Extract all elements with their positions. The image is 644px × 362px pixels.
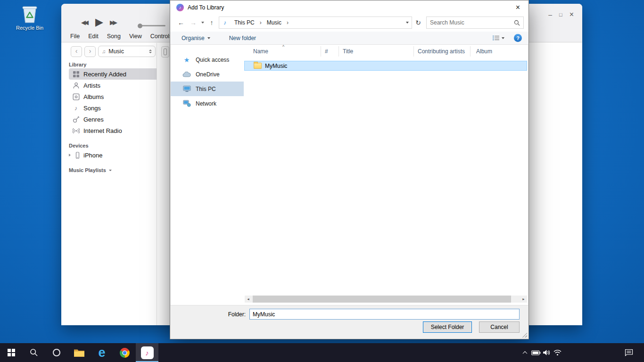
device-button[interactable] <box>161 46 169 58</box>
search-icon <box>514 20 520 26</box>
cortana-button[interactable] <box>45 343 68 362</box>
help-button[interactable]: ? <box>514 34 522 42</box>
window-controls: – □ × <box>548 10 574 19</box>
sidebar-item-internet-radio[interactable]: Internet Radio <box>69 125 157 136</box>
rewind-button[interactable]: ◀◀ <box>81 19 89 26</box>
sidebar-item-genres[interactable]: Genres <box>69 114 157 125</box>
sidebar-item-songs[interactable]: ♪ Songs <box>69 102 157 114</box>
nav-item-onedrive[interactable]: OneDrive <box>171 67 244 82</box>
network-icon <box>182 100 191 107</box>
navigation-pane: ★ Quick access OneDrive This PC <box>171 45 244 305</box>
cancel-button[interactable]: Cancel <box>479 321 520 333</box>
scroll-right-arrow[interactable]: ► <box>520 296 527 303</box>
nav-item-quick-access[interactable]: ★ Quick access <box>171 52 244 67</box>
cortana-icon <box>53 349 60 356</box>
scrollbar-track[interactable] <box>252 296 520 303</box>
back-button[interactable]: ‹ <box>71 46 82 57</box>
horizontal-scrollbar[interactable]: ◄ ► <box>245 296 527 303</box>
nav-item-label: This PC <box>196 86 216 92</box>
folder-name-input[interactable] <box>249 309 520 320</box>
column-header-title[interactable]: Title <box>339 46 414 57</box>
library-header-label: Library <box>69 62 86 67</box>
search-box[interactable] <box>426 16 524 29</box>
scrollbar-thumb[interactable] <box>253 296 511 303</box>
volume-slider[interactable] <box>138 25 165 26</box>
column-header-contributing-artists[interactable]: Contributing artists <box>414 46 471 57</box>
nav-item-this-pc[interactable]: This PC <box>171 82 244 96</box>
disclosure-icon[interactable] <box>69 154 71 156</box>
address-bar: ← → ↑ ♪ This PC › Music › ↻ <box>170 15 528 32</box>
file-list: ^ Name # Title Contributing artists Albu… <box>244 45 528 305</box>
playback-controls: ◀◀ ▶ ▶▶ <box>81 16 117 28</box>
file-explorer-button[interactable] <box>68 343 91 362</box>
chrome-icon <box>119 347 130 358</box>
menu-view[interactable]: View <box>125 32 146 41</box>
column-header-album[interactable]: Album <box>471 46 528 57</box>
sidebar-item-recently-added[interactable]: Recently Added <box>69 68 157 80</box>
sidebar-item-artists[interactable]: Artists <box>69 80 157 91</box>
chevron-down-icon <box>109 170 112 171</box>
breadcrumb[interactable]: ♪ This PC › Music › <box>219 16 412 29</box>
network-indicator[interactable] <box>552 343 563 362</box>
scroll-left-arrow[interactable]: ◄ <box>245 296 252 303</box>
forward-button[interactable]: › <box>84 46 96 57</box>
breadcrumb-this-pc[interactable]: This PC <box>231 17 258 28</box>
sidebar-item-albums[interactable]: Albums <box>69 91 157 102</box>
file-row-mymusic[interactable]: MyMusic <box>244 61 527 71</box>
address-dropdown[interactable] <box>403 22 412 24</box>
recent-locations-dropdown[interactable] <box>199 22 206 24</box>
select-folder-button[interactable]: Select Folder <box>423 321 472 333</box>
show-hidden-icons-button[interactable] <box>520 343 530 362</box>
nav-item-network[interactable]: Network <box>171 96 244 111</box>
chrome-button[interactable] <box>113 343 136 362</box>
fast-forward-button[interactable]: ▶▶ <box>110 19 117 26</box>
onedrive-cloud-icon <box>182 72 191 77</box>
taskbar-search-button[interactable] <box>23 343 45 362</box>
search-input[interactable] <box>430 19 514 26</box>
edge-button[interactable]: e <box>91 343 113 362</box>
up-button[interactable]: ↑ <box>206 16 218 29</box>
folder-icon <box>74 348 85 357</box>
menu-edit[interactable]: Edit <box>84 32 103 41</box>
chevron-right-icon[interactable]: › <box>258 19 263 26</box>
battery-indicator[interactable] <box>530 343 541 362</box>
menu-file[interactable]: File <box>66 32 84 41</box>
forward-button[interactable]: → <box>187 16 199 29</box>
column-header-number[interactable]: # <box>321 46 339 57</box>
devices-header: Devices <box>69 143 157 148</box>
recycle-bin[interactable]: Recycle Bin <box>12 5 47 31</box>
start-button[interactable] <box>0 343 23 362</box>
itunes-icon: ♪ <box>141 346 154 359</box>
column-headers: ^ Name # Title Contributing artists Albu… <box>244 46 528 57</box>
volume-indicator[interactable] <box>541 343 552 362</box>
breadcrumb-music[interactable]: Music <box>263 17 285 28</box>
close-button[interactable]: × <box>570 10 574 19</box>
organise-button[interactable]: Organise <box>182 35 210 41</box>
itunes-taskbar-button[interactable]: ♪ <box>136 343 158 362</box>
artist-icon <box>72 82 80 89</box>
resize-grip-icon[interactable] <box>522 332 527 337</box>
taskbar: e ♪ <box>0 343 644 362</box>
action-center-button[interactable] <box>619 343 639 362</box>
action-center-icon <box>625 349 633 356</box>
view-list-icon[interactable] <box>492 35 500 41</box>
play-button[interactable]: ▶ <box>95 16 103 28</box>
chevron-right-icon[interactable]: › <box>285 19 290 26</box>
nav-item-label: OneDrive <box>196 71 220 78</box>
sidebar-item-iphone[interactable]: iPhone <box>69 149 157 161</box>
maximize-button[interactable]: □ <box>559 12 562 17</box>
new-folder-button[interactable]: New folder <box>229 35 256 41</box>
edge-icon: e <box>98 346 105 359</box>
back-button[interactable]: ← <box>175 16 187 29</box>
media-selector-spinner[interactable] <box>149 49 153 54</box>
media-selector[interactable]: ♫ Music <box>98 46 156 57</box>
view-dropdown[interactable] <box>502 37 504 39</box>
refresh-button[interactable]: ↻ <box>412 19 424 26</box>
minimize-button[interactable]: – <box>548 11 552 18</box>
menu-song[interactable]: Song <box>103 32 125 41</box>
itunes-sidebar: ‹ › ♫ Music Library Recently Added <box>61 43 157 325</box>
dialog-close-button[interactable]: × <box>507 0 528 15</box>
playlists-header[interactable]: Music Playlists <box>69 167 157 173</box>
volume-knob[interactable] <box>138 24 142 28</box>
file-name: MyMusic <box>265 63 287 69</box>
